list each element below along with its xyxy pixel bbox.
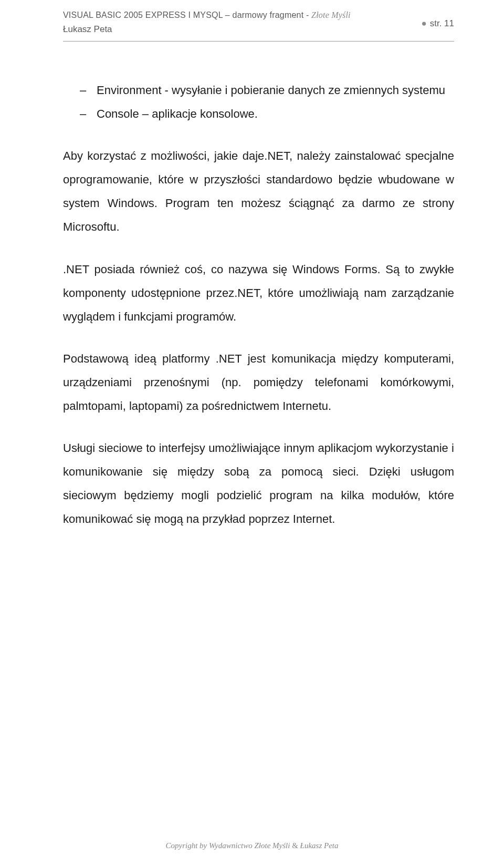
header-divider (63, 41, 454, 42)
paragraph: Podstawową ideą platformy .NET jest komu… (63, 347, 454, 418)
document-title-light: Złote Myśli (311, 11, 351, 19)
list-item: Environment - wysyłanie i pobieranie dan… (80, 78, 454, 102)
footer-amp: & (292, 841, 298, 850)
page-number: ●str. 11 (421, 18, 454, 29)
footer-suffix: Łukasz Peta (298, 841, 339, 850)
paragraph: .NET posiada również coś, co nazywa się … (63, 257, 454, 328)
document-title: VISUAL BASIC 2005 EXPRESS I MYSQL – darm… (63, 11, 454, 20)
paragraph: Usługi sieciowe to interfejsy umożliwiaj… (63, 436, 454, 531)
list-item-text: Console – aplikacje konsolowe. (97, 107, 258, 120)
bullet-list: Environment - wysyłanie i pobieranie dan… (63, 78, 454, 126)
page-container: VISUAL BASIC 2005 EXPRESS I MYSQL – darm… (0, 0, 504, 531)
paragraph: Aby korzystać z możliwości, jakie daje.N… (63, 144, 454, 239)
body-content: Environment - wysyłanie i pobieranie dan… (63, 78, 454, 531)
footer: Copyright by Wydawnictwo Złote Myśli & Ł… (0, 841, 504, 850)
document-author: Łukasz Peta (63, 24, 454, 35)
bullet-icon: ● (421, 18, 426, 28)
footer-prefix: Copyright by (165, 841, 209, 850)
list-item-text: Environment - wysyłanie i pobieranie dan… (97, 84, 445, 97)
page-number-text: str. 11 (430, 18, 454, 28)
footer-main: Wydawnictwo Złote Myśli (209, 841, 292, 850)
document-title-main: VISUAL BASIC 2005 EXPRESS I MYSQL – darm… (63, 11, 311, 19)
list-item: Console – aplikacje konsolowe. (80, 102, 454, 126)
